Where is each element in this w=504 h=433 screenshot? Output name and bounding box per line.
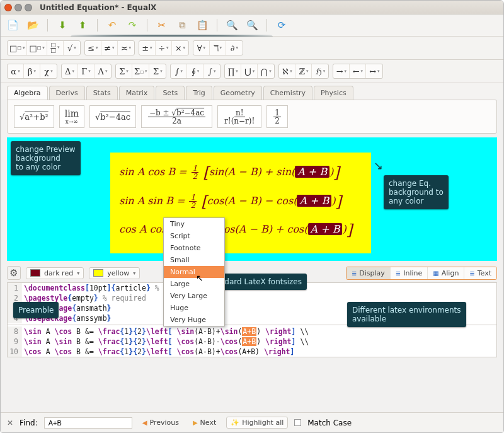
fontsize-normal[interactable]: Normal [164, 266, 224, 278]
fontsize-footnote[interactable]: Footnote [164, 242, 224, 254]
sym-leq[interactable]: ≤ [85, 41, 101, 55]
sym-Sigma-limits[interactable]: Σ [149, 64, 166, 78]
sym-lrarr[interactable]: ↔ [366, 64, 382, 78]
sym-larr[interactable]: ← [350, 64, 366, 78]
refresh-icon[interactable]: ⟳ [275, 18, 289, 32]
sym-sim[interactable]: ≍ [118, 41, 134, 55]
close-find-icon[interactable]: ✕ [7, 419, 13, 427]
tab-matrix[interactable]: Matrix [119, 86, 155, 100]
sym-superscript[interactable]: □□ [8, 41, 27, 55]
find-bar: ✕ Find: Previous Next ✨ Highlight all Ma… [1, 412, 503, 432]
latex-editor[interactable]: 1\documentclass[10pt]{article} % 2\pages… [7, 282, 497, 357]
preamble-button[interactable]: ⚙ [7, 266, 21, 280]
tab-geometry[interactable]: Geometry [214, 86, 262, 100]
main-toolbar: 📄 📂 ⬇ ⬆ ↶ ↷ ✂ ⧉ 📋 🔍 🔍 ⟳ EqualX icons try… [1, 14, 503, 37]
fg-color-dropdown[interactable]: dark red ▾ [26, 267, 84, 279]
window-close-button[interactable] [4, 4, 12, 11]
sym-Sigma[interactable]: Σ [116, 64, 132, 78]
fontsize-huge[interactable]: Huge [164, 302, 224, 314]
sym-int[interactable]: ∫ [171, 64, 187, 78]
fontsize-script[interactable]: Script [164, 230, 224, 242]
match-case-checkbox[interactable] [294, 419, 301, 426]
sym-aleph[interactable]: ℵ [279, 64, 295, 78]
bg-color-dropdown[interactable]: yellow ▾ [89, 267, 140, 279]
sym-alpha[interactable]: α [8, 64, 24, 78]
cut-icon[interactable]: ✂ [155, 18, 169, 32]
env-group: ≡Display ≡Inline ▦Align ≡Text [346, 267, 497, 280]
sym-times[interactable]: × [172, 41, 188, 55]
open-icon[interactable]: 📂 [26, 18, 40, 32]
tab-stats[interactable]: Stats [86, 86, 118, 100]
tmpl-discrim[interactable]: √b²−4ac [89, 105, 136, 128]
sym-beta[interactable]: β [24, 64, 40, 78]
env-inline[interactable]: ≡Inline [391, 267, 428, 279]
sym-oint[interactable]: ∮ [187, 64, 203, 78]
sym-div[interactable]: ÷ [156, 41, 172, 55]
match-case-label: Match Case [307, 419, 352, 427]
redo-icon[interactable]: ↷ [125, 18, 139, 32]
find-next-button[interactable]: Next [189, 417, 220, 428]
sym-subscript[interactable]: □□ [27, 41, 47, 55]
tmpl-half[interactable]: 12 [266, 105, 288, 128]
save-icon[interactable]: ⬇ [55, 18, 69, 32]
annot-preview-bg: change Preview background to any color [11, 141, 81, 175]
sym-Sigma-sub[interactable]: Σ□ [132, 64, 149, 78]
sym-sqrt[interactable]: √ [64, 41, 80, 55]
env-align[interactable]: ▦Align [428, 267, 464, 279]
sym-blackZ[interactable]: ℤ [295, 64, 312, 78]
sym-Pi[interactable]: ∏ [225, 64, 241, 78]
preview-pane: change Preview background to any color ↘… [7, 137, 497, 261]
fg-swatch [30, 269, 40, 277]
sym-Gamma-big[interactable]: Γ [78, 64, 94, 78]
tab-trig[interactable]: Trig [186, 86, 212, 100]
tmpl-binom[interactable]: n!r!(n−r)! [217, 105, 261, 128]
zoom-in-icon[interactable]: 🔍 [225, 18, 239, 32]
tab-chemistry[interactable]: Chemistry [263, 86, 312, 100]
tab-derivs[interactable]: Derivs [49, 86, 85, 100]
env-text[interactable]: ≡Text [464, 267, 496, 279]
sym-cap[interactable]: ⋂ [258, 64, 274, 78]
find-input[interactable] [44, 417, 132, 429]
fontsize-veryhuge[interactable]: Very Huge [164, 314, 224, 326]
cursor-icon: ↖ [196, 273, 203, 283]
tmpl-pythag[interactable]: √a²+b² [14, 105, 54, 128]
sym-gothH[interactable]: ℌ [312, 64, 328, 78]
zoom-out-icon[interactable]: 🔍 [245, 18, 259, 32]
fontsize-large[interactable]: Large [164, 278, 224, 290]
find-prev-button[interactable]: Previous [139, 417, 183, 428]
symbol-strip-2: α β χ Δ Γ Λ Σ Σ□ Σ ∫ ∮ ∫ ∏ ⋃ ⋂ ℵ ℤ ℌ [1, 60, 503, 83]
tmpl-limit[interactable]: limx→∞ [59, 105, 84, 128]
fontsize-verylarge[interactable]: Very Large [164, 290, 224, 302]
fontsize-tiny[interactable]: Tiny [164, 218, 224, 230]
sym-rarr[interactable]: → [333, 64, 350, 78]
sym-neq[interactable]: ≠ [101, 41, 118, 55]
copy-icon[interactable]: ⧉ [175, 18, 189, 32]
sym-pm[interactable]: ± [139, 41, 156, 55]
sym-partial[interactable]: ∂ [226, 41, 243, 55]
tab-algebra[interactable]: Algebra [7, 86, 48, 100]
sym-Delta-big[interactable]: Δ [62, 64, 78, 78]
window-minimize-button[interactable] [14, 4, 22, 11]
env-display[interactable]: ≡Display [346, 267, 391, 279]
undo-icon[interactable]: ↶ [105, 18, 119, 32]
annot-eq-bg: change Eq. background to any color [384, 175, 449, 209]
sym-cup[interactable]: ⋃ [241, 64, 258, 78]
fontsize-small[interactable]: Small [164, 254, 224, 266]
template-row: √a²+b² limx→∞ √b²−4ac −b ± √b²−4ac2a n!r… [7, 100, 497, 134]
paste-icon[interactable]: 📋 [195, 18, 209, 32]
tmpl-quadratic[interactable]: −b ± √b²−4ac2a [141, 105, 212, 128]
export-icon[interactable]: ⬆ [76, 18, 89, 32]
titlebar: Untitled Equation* - EqualX [1, 1, 503, 14]
sym-chi[interactable]: χ [40, 64, 57, 78]
sym-forall[interactable]: ∀ [193, 41, 210, 55]
sym-Lambda-big[interactable]: Λ [94, 64, 111, 78]
app-window: Untitled Equation* - EqualX 📄 📂 ⬇ ⬆ ↶ ↷ … [0, 0, 504, 433]
sym-frac[interactable]: □□ [47, 41, 64, 55]
sym-int-limits[interactable]: ∫ [203, 64, 220, 78]
tab-sets[interactable]: Sets [156, 86, 185, 100]
tab-physics[interactable]: Physics [314, 86, 353, 100]
new-icon[interactable]: 📄 [6, 18, 20, 32]
sym-daleth[interactable]: ℸ [210, 41, 226, 55]
window-maximize-button[interactable] [25, 4, 32, 11]
highlight-all-button[interactable]: ✨ Highlight all [226, 417, 288, 429]
